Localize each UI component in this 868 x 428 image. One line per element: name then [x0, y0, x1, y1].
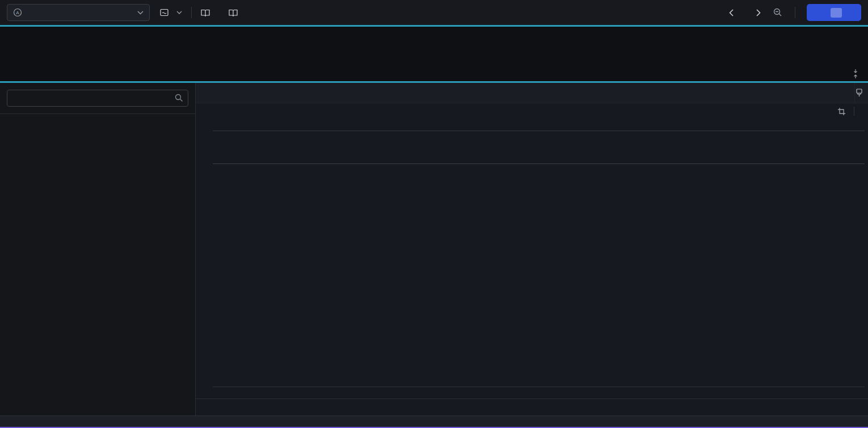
collapse-sidebar-icon[interactable] [196, 83, 217, 103]
timechart-plot[interactable] [196, 165, 866, 387]
book-icon [201, 9, 210, 16]
area-chart-svg [213, 165, 865, 387]
time-range-next-icon[interactable] [756, 9, 761, 16]
search-icon [175, 94, 183, 102]
query-editor[interactable] [0, 27, 868, 81]
x-axis-labels [196, 387, 866, 398]
top-toolbar: A [0, 0, 868, 25]
toolbar-divider [191, 7, 192, 18]
toolbar-divider [795, 7, 795, 18]
chevron-down-icon [176, 11, 182, 14]
plot-area [213, 165, 865, 387]
queries-menu-button[interactable] [160, 9, 182, 16]
chevron-down-icon [137, 11, 144, 15]
zoom-out-icon[interactable] [773, 8, 782, 17]
svg-text:A: A [16, 10, 19, 15]
chart-toolbar-divider [854, 107, 854, 116]
fields-header-label[interactable] [7, 121, 100, 129]
collapse-editor-icon[interactable] [852, 69, 859, 79]
view-type-selector[interactable]: A [7, 4, 150, 21]
chart-toolbar [196, 103, 868, 119]
fields-table [0, 114, 195, 132]
book-icon [229, 9, 238, 16]
queries-icon [160, 9, 168, 16]
fields-sidebar [0, 83, 196, 416]
enter-key-icon [831, 8, 842, 18]
overview-histogram[interactable] [196, 119, 866, 165]
fields-table-header [7, 120, 155, 131]
chart-legend [196, 398, 868, 416]
overview-time-axis [213, 119, 865, 131]
pin-panel-icon[interactable] [854, 83, 868, 103]
overview-bars [213, 131, 865, 164]
filter-fields-input[interactable] [7, 90, 188, 107]
results-panel [196, 83, 868, 416]
crop-selection-icon[interactable] [837, 107, 846, 116]
results-tabbar [196, 83, 868, 103]
run-button[interactable] [807, 4, 861, 21]
status-bar [0, 416, 868, 427]
language-syntax-button[interactable] [201, 9, 214, 16]
circled-a-icon: A [13, 8, 22, 17]
time-range-previous-icon[interactable] [729, 9, 734, 16]
time-chart-widget-button[interactable] [229, 9, 242, 16]
